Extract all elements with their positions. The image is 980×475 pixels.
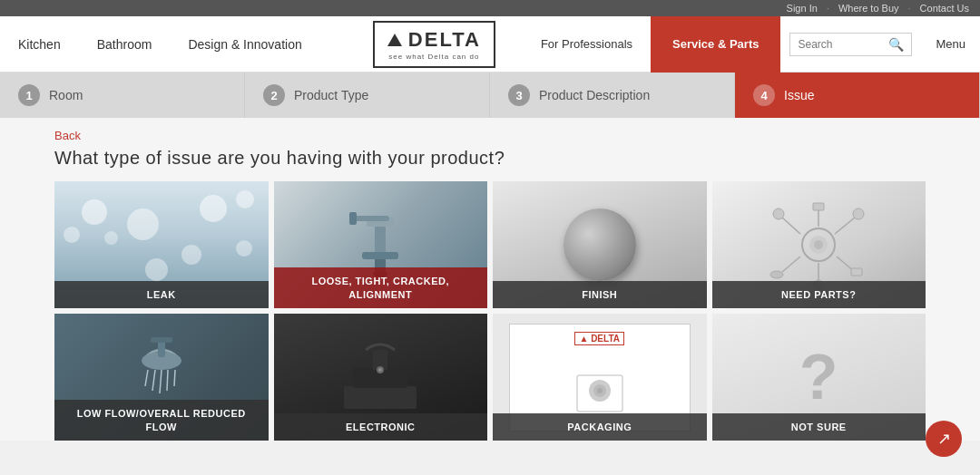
svg-rect-1 [375, 227, 386, 254]
share-button[interactable]: ↗ [926, 421, 962, 457]
svg-point-15 [770, 271, 783, 278]
svg-line-26 [167, 370, 168, 391]
issue-card-finish[interactable]: FINISH [493, 181, 707, 308]
step-product-description-num: 3 [508, 84, 530, 106]
step-issue-label: Issue [784, 88, 814, 102]
bubble-5 [200, 195, 227, 222]
step-product-type[interactable]: 2 Product Type [245, 73, 490, 118]
svg-point-9 [814, 240, 823, 249]
issue-card-notsure-label: NOT SURE [712, 413, 926, 441]
bubble-6 [104, 231, 118, 245]
for-professionals-link[interactable]: For Professionals [523, 37, 651, 51]
logo-area[interactable]: DELTA see what Delta can do [346, 21, 523, 68]
search-icon[interactable]: 🔍 [888, 37, 904, 52]
where-to-buy-link[interactable]: Where to Buy [838, 3, 899, 14]
svg-point-11 [773, 208, 784, 219]
main-content: Back What type of issue are you having w… [0, 118, 980, 441]
issue-card-packaging[interactable]: ▲ DELTA PACKAGING [493, 314, 707, 441]
issue-grid: LEAK LOOSE, TIGHT, CRACKED, ALIGNMENT [54, 181, 926, 441]
separator1: · [827, 3, 829, 14]
issue-card-lowflow-label: LOW FLOW/OVERALL REDUCED FLOW [54, 400, 269, 441]
step-room[interactable]: 1 Room [0, 73, 245, 118]
step-product-description[interactable]: 3 Product Description [490, 73, 735, 118]
step-room-label: Room [49, 88, 83, 102]
svg-rect-19 [813, 203, 824, 210]
search-box[interactable]: 🔍 [789, 33, 912, 56]
steps-bar: 1 Room 2 Product Type 3 Product Descript… [0, 73, 980, 118]
step-room-num: 1 [18, 84, 40, 106]
step-issue[interactable]: 4 Issue [735, 73, 980, 118]
svg-line-14 [782, 257, 800, 272]
svg-line-27 [174, 370, 175, 386]
issue-card-notsure[interactable]: ? NOT SURE [712, 314, 926, 441]
issue-card-packaging-label: PACKAGING [493, 413, 707, 441]
issue-card-needparts[interactable]: NEED PARTS? [712, 181, 926, 308]
svg-rect-30 [344, 386, 416, 409]
nav-bathroom[interactable]: Bathroom [97, 37, 152, 52]
bubble-9 [236, 240, 252, 257]
bubble-1 [82, 199, 107, 225]
bubble-7 [145, 258, 168, 281]
contact-us-link[interactable]: Contact Us [920, 3, 969, 14]
svg-point-34 [378, 368, 382, 372]
svg-line-12 [835, 218, 855, 234]
sign-in-link[interactable]: Sign In [787, 3, 818, 14]
svg-point-38 [597, 388, 603, 393]
bubble-4 [181, 245, 201, 265]
packaging-delta-logo: ▲ DELTA [574, 332, 624, 345]
electronic-icon [335, 332, 426, 422]
logo-subtitle: see what Delta can do [388, 53, 479, 61]
svg-rect-5 [353, 216, 389, 221]
step-issue-num: 4 [753, 84, 775, 106]
separator2: · [908, 3, 911, 14]
packaging-product-icon [573, 371, 627, 416]
main-nav: Kitchen Bathroom Design & Innovation DEL… [0, 16, 980, 73]
bubble-8 [236, 190, 254, 208]
finish-disc [564, 208, 636, 281]
logo-text: DELTA [387, 28, 481, 52]
issue-card-loose-label: LOOSE, TIGHT, CRACKED, ALIGNMENT [274, 267, 488, 308]
menu-button[interactable]: Menu [921, 37, 980, 51]
svg-line-23 [145, 370, 148, 386]
search-input[interactable] [798, 38, 888, 51]
nav-right: For Professionals Service & Parts 🔍 Menu [523, 16, 980, 73]
top-bar: Sign In · Where to Buy · Contact Us [0, 0, 980, 16]
svg-rect-6 [349, 212, 357, 225]
bubble-3 [127, 208, 159, 240]
share-icon: ↗ [937, 429, 951, 449]
issue-card-finish-label: FINISH [493, 281, 707, 308]
svg-line-24 [152, 370, 155, 391]
step-product-description-label: Product Description [539, 88, 650, 102]
step-product-type-label: Product Type [294, 88, 368, 102]
issue-card-lowflow[interactable]: LOW FLOW/OVERALL REDUCED FLOW [54, 314, 269, 441]
nav-kitchen[interactable]: Kitchen [18, 37, 61, 52]
issue-card-leak[interactable]: LEAK [54, 181, 269, 308]
nav-links: Kitchen Bathroom Design & Innovation [0, 37, 346, 52]
svg-line-10 [782, 218, 800, 234]
issue-card-needparts-label: NEED PARTS? [712, 281, 926, 308]
svg-point-13 [853, 208, 864, 219]
step-product-type-num: 2 [263, 84, 285, 106]
delta-logo[interactable]: DELTA see what Delta can do [373, 21, 495, 68]
svg-rect-17 [851, 268, 862, 276]
issue-card-leak-label: LEAK [54, 281, 269, 308]
logo-triangle-icon [387, 34, 402, 46]
issue-card-loose[interactable]: LOOSE, TIGHT, CRACKED, ALIGNMENT [274, 181, 488, 308]
svg-rect-2 [362, 252, 398, 259]
back-link[interactable]: Back [54, 129, 81, 142]
nav-design[interactable]: Design & Innovation [188, 37, 301, 52]
bubble-2 [64, 227, 80, 243]
svg-line-25 [160, 370, 162, 393]
question-mark-icon: ? [799, 341, 838, 413]
parts-explode-icon [764, 199, 873, 290]
issue-card-electronic[interactable]: ELECTRONIC [274, 314, 488, 441]
question-title: What type of issue are you having with y… [54, 148, 926, 169]
svg-rect-29 [151, 337, 172, 343]
issue-card-electronic-label: ELECTRONIC [274, 413, 488, 441]
service-parts-nav[interactable]: Service & Parts [651, 16, 780, 73]
